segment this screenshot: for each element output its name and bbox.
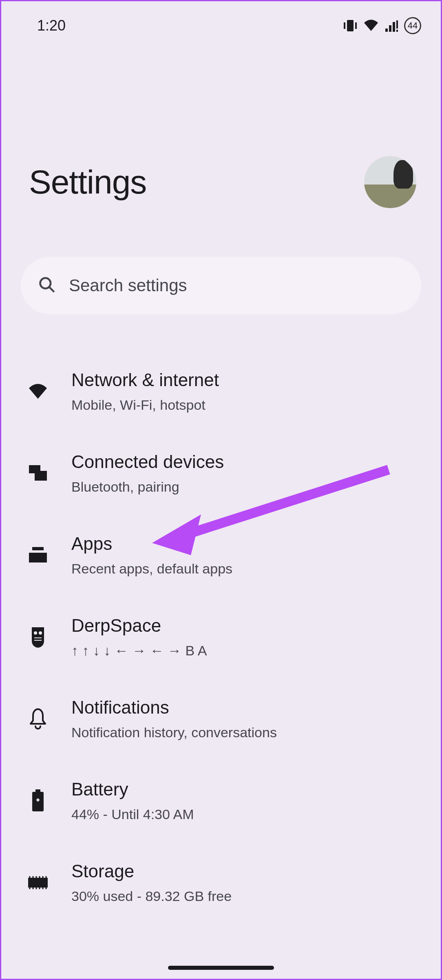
- item-subtitle: 30% used - 89.32 GB free: [71, 887, 232, 905]
- search-icon: [38, 276, 56, 295]
- battery-level-icon: 44: [404, 17, 421, 34]
- settings-list: Network & internet Mobile, Wi-Fi, hotspo…: [1, 351, 441, 924]
- item-subtitle: Bluetooth, pairing: [71, 478, 224, 496]
- nav-bar-pill[interactable]: [168, 966, 274, 970]
- vibrate-icon: [343, 19, 358, 32]
- apps-icon: [26, 543, 50, 567]
- status-time: 1:20: [37, 17, 66, 34]
- svg-rect-1: [344, 22, 345, 29]
- svg-rect-8: [35, 471, 47, 481]
- item-derpspace[interactable]: DerpSpace ↑ ↑ ↓ ↓ ← → ← → B A: [21, 596, 421, 678]
- status-icons: 44: [343, 17, 421, 34]
- status-bar: 1:20 44: [1, 1, 441, 38]
- item-storage[interactable]: Storage 30% used - 89.32 GB free: [21, 842, 421, 924]
- header: Settings: [1, 38, 441, 208]
- svg-rect-9: [32, 547, 44, 550]
- svg-rect-10: [29, 553, 47, 563]
- item-apps[interactable]: Apps Recent apps, default apps: [21, 514, 421, 596]
- page-title: Settings: [29, 163, 146, 201]
- devices-icon: [26, 461, 50, 486]
- item-title: Storage: [71, 861, 232, 882]
- owl-icon: [26, 625, 50, 649]
- svg-line-6: [49, 287, 53, 291]
- item-title: Apps: [71, 533, 232, 555]
- svg-rect-15: [28, 878, 48, 888]
- item-subtitle: Mobile, Wi-Fi, hotspot: [71, 396, 219, 414]
- item-subtitle: ↑ ↑ ↓ ↓ ← → ← → B A: [71, 642, 207, 659]
- item-title: Battery: [71, 779, 194, 800]
- signal-icon: [385, 20, 398, 32]
- item-subtitle: Notification history, conversations: [71, 723, 277, 741]
- item-subtitle: Recent apps, default apps: [71, 560, 232, 578]
- svg-rect-4: [396, 30, 398, 32]
- svg-rect-2: [355, 22, 357, 29]
- item-title: Connected devices: [71, 451, 224, 473]
- item-network[interactable]: Network & internet Mobile, Wi-Fi, hotspo…: [21, 351, 421, 433]
- item-title: DerpSpace: [71, 615, 207, 637]
- svg-rect-13: [35, 789, 40, 792]
- svg-rect-0: [347, 20, 354, 31]
- svg-point-11: [34, 631, 37, 635]
- search-bar[interactable]: Search settings: [21, 257, 421, 314]
- search-placeholder: Search settings: [69, 276, 187, 295]
- item-notifications[interactable]: Notifications Notification history, conv…: [21, 678, 421, 760]
- bell-icon: [26, 707, 50, 731]
- item-subtitle: 44% - Until 4:30 AM: [71, 805, 194, 823]
- battery-icon: [26, 789, 50, 813]
- item-title: Network & internet: [71, 369, 219, 391]
- svg-rect-3: [396, 20, 398, 29]
- item-title: Notifications: [71, 697, 277, 719]
- profile-avatar[interactable]: [364, 156, 416, 208]
- wifi-icon: [26, 379, 50, 404]
- storage-icon: [26, 870, 50, 895]
- svg-point-12: [39, 631, 42, 635]
- item-battery[interactable]: Battery 44% - Until 4:30 AM: [21, 760, 421, 842]
- wifi-icon: [363, 20, 379, 32]
- item-connected-devices[interactable]: Connected devices Bluetooth, pairing: [21, 433, 421, 514]
